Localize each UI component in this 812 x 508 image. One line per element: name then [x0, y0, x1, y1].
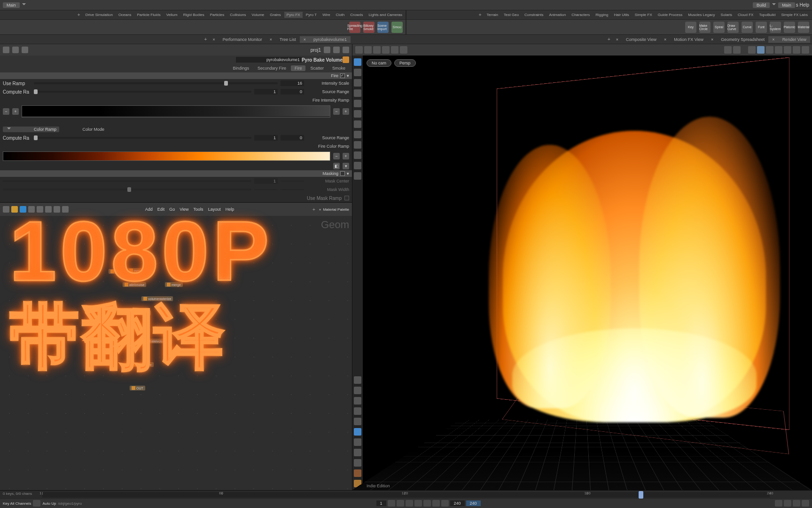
vp-icon[interactable]: [354, 141, 361, 149]
shelf-tab[interactable]: Crowds: [348, 12, 365, 18]
range-start[interactable]: 0: [281, 135, 304, 141]
stop-icon[interactable]: [414, 500, 422, 507]
net-crumb[interactable]: Material Palette: [323, 207, 349, 212]
shelf-tab[interactable]: Simple FX: [632, 12, 655, 18]
compute-label[interactable]: Compute Ra: [3, 135, 31, 141]
shelf-tab[interactable]: Rigid Bodies: [181, 12, 207, 18]
tool-icon[interactable]: Curve: [742, 22, 753, 33]
graph-node[interactable]: pyrosource: [127, 268, 153, 273]
camera-badge[interactable]: No cam: [367, 59, 391, 67]
tool-icon[interactable]: Draw Curve: [727, 22, 739, 33]
shelf-tab[interactable]: Rigging: [593, 12, 610, 18]
vp-icon[interactable]: [354, 131, 361, 138]
play-back-icon[interactable]: [406, 500, 413, 507]
vp-icon[interactable]: [354, 100, 361, 107]
compute-label[interactable]: Compute Ra: [3, 89, 31, 95]
fire-color-ramp[interactable]: [3, 151, 330, 161]
shelf-tab[interactable]: Oceans: [116, 12, 134, 18]
plus-icon[interactable]: +: [343, 153, 349, 159]
checkbox-icon[interactable]: [340, 171, 345, 176]
vp-tool-icon[interactable]: [364, 46, 372, 54]
vp-icon[interactable]: [354, 376, 361, 384]
subtab[interactable]: Smoke: [328, 65, 349, 71]
path-crumb[interactable]: proj1: [311, 48, 321, 53]
vp-icon[interactable]: [354, 397, 361, 405]
nv-icon[interactable]: [45, 206, 52, 213]
tool-icon[interactable]: Smoo: [391, 22, 403, 33]
pane-tab[interactable]: Motion FX View: [670, 36, 707, 43]
shelf-tab[interactable]: Guide Process: [656, 12, 685, 18]
tool-icon[interactable]: Spreading Fire: [349, 22, 360, 33]
net-menu-item[interactable]: Tools: [194, 207, 203, 212]
fire-section-header[interactable]: Fire ▾: [0, 72, 352, 79]
network-view[interactable]: Add Edit Go View Tools Layout Help + × M…: [0, 202, 352, 490]
play-icon[interactable]: [423, 500, 431, 507]
build-tag[interactable]: Build: [753, 2, 770, 8]
nv-icon[interactable]: [28, 206, 35, 213]
pin-icon[interactable]: [343, 47, 349, 53]
vp-icon[interactable]: [354, 120, 361, 128]
pane-tab[interactable]: ×: [660, 36, 670, 43]
shelf-tab[interactable]: Cloth: [334, 12, 347, 18]
vp-tool-icon[interactable]: [766, 46, 773, 54]
help-menu[interactable]: s Help: [796, 2, 809, 8]
forward-icon[interactable]: [324, 47, 330, 53]
net-menu-item[interactable]: Edit: [157, 207, 165, 212]
shelf-tab[interactable]: Particle Fluids: [134, 12, 163, 18]
pane-tab[interactable]: Tree List: [276, 36, 300, 43]
timeline-ruler[interactable]: 0 keys, 0/0 chans 160120180240: [0, 491, 812, 499]
tool-icon[interactable]: Material: [798, 22, 809, 33]
tool-icon[interactable]: L-System: [770, 22, 781, 33]
select-tool-icon[interactable]: [354, 58, 361, 66]
net-menu-item[interactable]: Help: [226, 207, 234, 212]
desktop-tag-left[interactable]: Main: [3, 2, 20, 8]
vp-icon[interactable]: [354, 387, 361, 394]
shelf-tab[interactable]: Vellum: [164, 12, 180, 18]
search-icon[interactable]: [22, 47, 28, 53]
chevron-down-icon[interactable]: [22, 3, 26, 7]
vp-tool-icon[interactable]: [355, 46, 363, 54]
subtab[interactable]: Scatter: [306, 65, 328, 71]
node-graph[interactable]: pyrosourceattribnoisevolumerasterizepyro…: [0, 216, 352, 490]
back-icon[interactable]: [333, 47, 340, 53]
timeline-track[interactable]: 160120180240: [42, 492, 770, 498]
swatch-icon[interactable]: ◧: [333, 163, 340, 169]
shelf-tab[interactable]: Lights and Cameras: [366, 12, 405, 18]
current-frame[interactable]: 240: [466, 500, 481, 506]
vp-tool-icon[interactable]: [748, 46, 756, 54]
clock-icon[interactable]: [33, 500, 40, 507]
chevron-down-icon[interactable]: ▾: [347, 171, 349, 176]
shelf-add-icon[interactable]: +: [76, 12, 82, 17]
tool-icon[interactable]: Font: [756, 22, 767, 33]
pane-tab[interactable]: ×: [612, 36, 622, 43]
source-range-slider[interactable]: [34, 137, 251, 139]
scale-tool-icon[interactable]: [354, 89, 361, 97]
subtab[interactable]: Fire: [291, 65, 306, 71]
tool-icon[interactable]: Scene Import: [377, 22, 389, 33]
vp-tool-icon[interactable]: [793, 46, 800, 54]
vp-icon[interactable]: [354, 407, 361, 415]
nv-icon[interactable]: [3, 206, 9, 213]
nv-icon[interactable]: [62, 206, 69, 213]
vp-tool-icon[interactable]: [733, 46, 741, 54]
start-frame[interactable]: 1: [376, 500, 386, 506]
minus-icon[interactable]: −: [3, 108, 9, 115]
add-tab-icon[interactable]: +: [606, 37, 612, 42]
shelf-add-icon[interactable]: +: [477, 12, 484, 17]
shelf-tab[interactable]: Pyro T: [304, 12, 319, 18]
intensity-ramp[interactable]: [22, 105, 330, 118]
vp-tool-icon[interactable]: [382, 46, 390, 54]
graph-node[interactable]: pyrosolver: [127, 310, 151, 316]
minus-icon[interactable]: −: [333, 153, 340, 159]
chevron-down-icon[interactable]: ▾: [347, 73, 349, 78]
dropper-icon[interactable]: ▾: [343, 163, 349, 169]
checkbox-icon[interactable]: [340, 73, 345, 78]
pane-tab[interactable]: ×: [768, 36, 778, 43]
vp-icon[interactable]: [354, 469, 361, 477]
chevron-down-icon[interactable]: [772, 3, 776, 7]
tl-opt-icon[interactable]: [775, 500, 782, 507]
graph-node[interactable]: popnet: [108, 269, 127, 274]
key-channels-button[interactable]: Key All Channels: [3, 501, 31, 506]
vp-tool-icon[interactable]: [400, 46, 407, 54]
vp-tool-icon[interactable]: [802, 46, 809, 54]
